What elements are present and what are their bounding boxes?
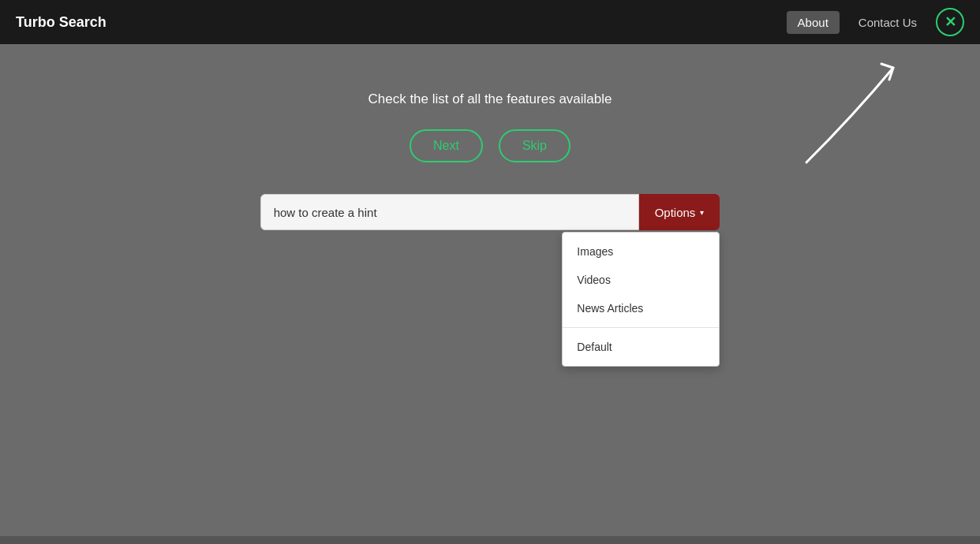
dropdown-item-news-articles[interactable]: News Articles <box>563 294 719 322</box>
hint-text: Check the list of all the features avail… <box>368 91 612 107</box>
dropdown-menu: Images Videos News Articles Default <box>562 232 720 367</box>
brand-logo: Turbo Search <box>16 14 107 31</box>
footer <box>0 536 980 544</box>
main-content: Check the list of all the features avail… <box>0 44 980 544</box>
close-button[interactable]: ✕ <box>936 8 964 36</box>
arrow-container <box>791 52 917 178</box>
options-label: Options <box>655 206 696 219</box>
nav-about[interactable]: About <box>787 11 840 34</box>
skip-button[interactable]: Skip <box>499 129 570 162</box>
caret-icon: ▾ <box>700 208 704 217</box>
dropdown-section-1: Images Videos News Articles <box>563 233 719 328</box>
search-input[interactable] <box>260 194 639 230</box>
dropdown-section-2: Default <box>563 328 719 366</box>
navbar: Turbo Search About Contact Us ✕ <box>0 0 980 44</box>
next-button[interactable]: Next <box>410 129 483 162</box>
dropdown-item-images[interactable]: Images <box>563 237 719 266</box>
search-row: Options ▾ Images Videos News Articles De… <box>260 194 720 230</box>
dropdown-item-videos[interactable]: Videos <box>563 266 719 294</box>
dropdown-item-default[interactable]: Default <box>563 333 719 361</box>
close-icon: ✕ <box>944 13 956 31</box>
nav-links: About Contact Us ✕ <box>787 8 964 36</box>
buttons-row: Next Skip <box>410 129 570 162</box>
nav-contact[interactable]: Contact Us <box>847 11 928 34</box>
options-button[interactable]: Options ▾ <box>639 194 720 230</box>
